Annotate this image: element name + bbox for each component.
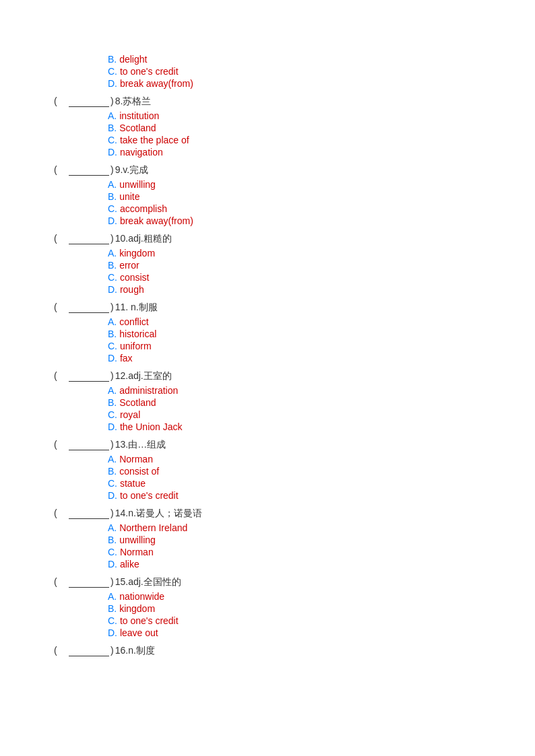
option-letter: A. xyxy=(108,179,117,190)
paren-right: ) xyxy=(111,508,114,518)
option-letter: B. xyxy=(108,191,117,202)
option-letter: D. xyxy=(108,421,117,432)
option-letter: D. xyxy=(108,284,117,295)
answer-blank[interactable] xyxy=(69,302,109,313)
option-letter: C. xyxy=(108,547,117,557)
list-item: A. administration xyxy=(108,385,481,396)
answer-blank[interactable] xyxy=(69,439,109,450)
list-item: C. consist xyxy=(108,272,481,283)
list-item: D. the Union Jack xyxy=(108,421,481,432)
option-letter: C. xyxy=(108,615,117,626)
option-text: accomplish xyxy=(120,203,167,214)
option-letter: D. xyxy=(108,147,117,158)
option-letter: B. xyxy=(108,397,117,408)
option-text: Scotland xyxy=(119,123,156,133)
list-item: C. Norman xyxy=(108,547,481,557)
option-text: rough xyxy=(120,284,144,295)
paren-left: ( xyxy=(54,508,67,518)
options-list-12: A. administration B. Scotland C. royal D… xyxy=(108,385,481,432)
option-letter: C. xyxy=(108,341,117,351)
list-item: D. break away(from) xyxy=(108,78,481,89)
question-block-16: ( ) 16.n.制度 xyxy=(54,645,481,657)
option-letter: D. xyxy=(108,559,117,570)
option-letter: A. xyxy=(108,522,117,533)
list-item: D. fax xyxy=(108,353,481,364)
paren-left: ( xyxy=(54,164,67,175)
question-block-14: ( ) 14.n.诺曼人；诺曼语 A. Northern Ireland B. … xyxy=(54,508,481,570)
question-label-10: 10.adj.粗糙的 xyxy=(115,233,172,245)
answer-blank[interactable] xyxy=(69,645,109,656)
question-label-12: 12.adj.王室的 xyxy=(115,370,172,382)
list-item: C. royal xyxy=(108,409,481,420)
answer-blank[interactable] xyxy=(69,233,109,244)
option-text: unwilling xyxy=(119,535,156,545)
option-letter: C. xyxy=(108,66,117,77)
answer-blank[interactable] xyxy=(69,370,109,382)
question-row-11: ( ) 11. n.制服 xyxy=(54,302,481,314)
option-text: historical xyxy=(119,329,156,339)
option-text: navigation xyxy=(120,147,163,158)
question-block-15: ( ) 15.adj.全国性的 A. nationwide B. kingdom… xyxy=(54,576,481,638)
question-row-12: ( ) 12.adj.王室的 xyxy=(54,370,481,382)
list-item: B. historical xyxy=(108,329,481,339)
option-letter: B. xyxy=(108,54,117,65)
list-item: D. leave out xyxy=(108,627,481,638)
question-label-8: 8.苏格兰 xyxy=(115,96,152,108)
list-item: A. Northern Ireland xyxy=(108,522,481,533)
list-item: B. unwilling xyxy=(108,535,481,545)
list-item: A. nationwide xyxy=(108,591,481,602)
option-text: institution xyxy=(119,110,159,121)
paren-right: ) xyxy=(111,302,114,312)
option-letter: D. xyxy=(108,353,117,364)
list-item: D. alike xyxy=(108,559,481,570)
list-item: B. unite xyxy=(108,191,481,202)
option-letter: B. xyxy=(108,260,117,271)
question-row-10: ( ) 10.adj.粗糙的 xyxy=(54,233,481,245)
list-item: D. rough xyxy=(108,284,481,295)
option-text: unite xyxy=(119,191,139,202)
option-text: Northern Ireland xyxy=(119,522,187,533)
answer-blank[interactable] xyxy=(69,164,109,176)
paren-left: ( xyxy=(54,370,67,381)
question-row-16: ( ) 16.n.制度 xyxy=(54,645,481,657)
option-text: consist xyxy=(120,272,150,283)
option-text: error xyxy=(119,260,139,271)
list-item: A. institution xyxy=(108,110,481,121)
option-text: royal xyxy=(120,409,140,420)
list-item: C. accomplish xyxy=(108,203,481,214)
paren-right: ) xyxy=(111,370,114,381)
option-text: kingdom xyxy=(119,248,155,259)
options-list-14: A. Northern Ireland B. unwilling C. Norm… xyxy=(108,522,481,570)
answer-blank[interactable] xyxy=(69,576,109,588)
option-text: kingdom xyxy=(119,603,155,614)
option-letter: A. xyxy=(108,110,117,121)
question-label-11: 11. n.制服 xyxy=(115,302,158,314)
list-item: A. Norman xyxy=(108,454,481,465)
options-list-10: A. kingdom B. error C. consist D. rough xyxy=(108,248,481,295)
option-text: delight xyxy=(119,54,147,65)
list-item: D. navigation xyxy=(108,147,481,158)
option-text: conflict xyxy=(119,316,149,327)
paren-right: ) xyxy=(111,645,114,656)
answer-blank[interactable] xyxy=(69,508,109,519)
paren-left: ( xyxy=(54,302,67,312)
answer-blank[interactable] xyxy=(69,96,109,107)
question-row-13: ( ) 13.由…组成 xyxy=(54,439,481,451)
question-label-15: 15.adj.全国性的 xyxy=(115,576,181,588)
list-item: C. to one's credit xyxy=(108,615,481,626)
option-letter: A. xyxy=(108,316,117,327)
option-letter: C. xyxy=(108,135,117,145)
list-item: D. to one's credit xyxy=(108,490,481,501)
question-label-13: 13.由…组成 xyxy=(115,439,166,451)
question-row-14: ( ) 14.n.诺曼人；诺曼语 xyxy=(54,508,481,520)
question-row-9: ( ) 9.v.完成 xyxy=(54,164,481,176)
paren-right: ) xyxy=(111,164,114,175)
options-list-15: A. nationwide B. kingdom C. to one's cre… xyxy=(108,591,481,638)
option-text: unwilling xyxy=(119,179,156,190)
paren-right: ) xyxy=(111,576,114,587)
option-text: Scotland xyxy=(119,397,156,408)
question-block-8: ( ) 8.苏格兰 A. institution B. Scotland C. … xyxy=(54,96,481,158)
paren-right: ) xyxy=(111,439,114,450)
option-letter: B. xyxy=(108,535,117,545)
list-item: B. Scotland xyxy=(108,397,481,408)
